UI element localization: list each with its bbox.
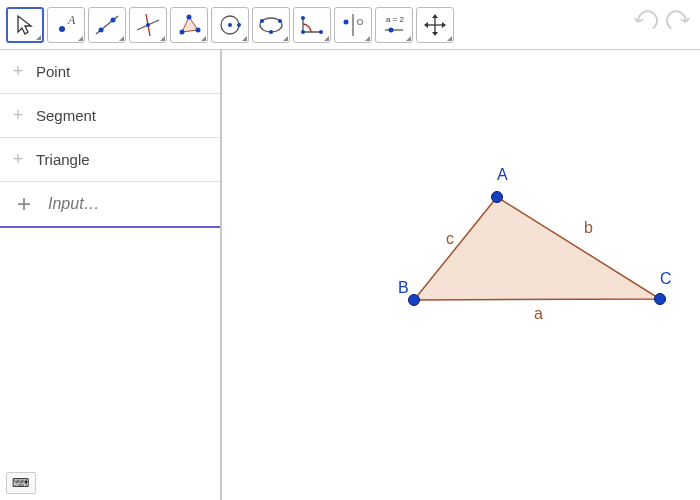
chevron-down-icon (406, 36, 411, 41)
chevron-down-icon (365, 36, 370, 41)
point-B[interactable] (409, 295, 420, 306)
svg-point-9 (187, 14, 192, 19)
svg-point-8 (180, 29, 185, 34)
svg-point-4 (111, 17, 116, 22)
chevron-down-icon (36, 35, 41, 40)
expand-icon[interactable]: + (8, 106, 28, 126)
svg-text:a = 2: a = 2 (386, 15, 405, 24)
svg-point-0 (59, 26, 65, 32)
undo-button[interactable] (632, 8, 660, 36)
svg-point-3 (99, 27, 104, 32)
svg-point-7 (146, 23, 150, 27)
chevron-down-icon (119, 36, 124, 41)
slider-tool[interactable]: a = 2 (375, 7, 413, 43)
chevron-down-icon (160, 36, 165, 41)
svg-point-13 (237, 23, 241, 27)
chevron-down-icon (324, 36, 329, 41)
object-row-segment[interactable]: + Segment (0, 94, 220, 138)
main-area: + Point + Segment + Triangle + ⌨ ABCabc (0, 50, 700, 500)
chevron-down-icon (201, 36, 206, 41)
toolbar: A a = 2 (0, 0, 700, 50)
svg-point-10 (196, 27, 201, 32)
point-label-B: B (398, 279, 409, 296)
svg-point-16 (278, 19, 282, 23)
chevron-down-icon (283, 36, 288, 41)
svg-point-20 (319, 30, 323, 34)
point-C[interactable] (655, 294, 666, 305)
edge-label-b: b (584, 219, 593, 236)
graphics-view[interactable]: ABCabc (222, 50, 700, 500)
reflect-tool[interactable] (334, 7, 372, 43)
svg-point-26 (389, 27, 394, 32)
line-tool[interactable] (88, 7, 126, 43)
object-label: Triangle (36, 151, 90, 168)
svg-point-22 (344, 19, 349, 24)
input-row: + (0, 182, 220, 228)
move-view-tool[interactable] (416, 7, 454, 43)
point-label-A: A (497, 166, 508, 183)
svg-point-19 (301, 16, 305, 20)
add-icon[interactable]: + (8, 188, 40, 220)
redo-button[interactable] (664, 8, 692, 36)
object-row-point[interactable]: + Point (0, 50, 220, 94)
edge-label-c: c (446, 230, 454, 247)
svg-point-23 (358, 19, 363, 24)
svg-point-15 (260, 19, 264, 23)
point-label-C: C (660, 270, 672, 287)
chevron-down-icon (78, 36, 83, 41)
polygon-tool[interactable] (170, 7, 208, 43)
expand-icon[interactable]: + (8, 62, 28, 82)
point-A[interactable] (492, 192, 503, 203)
algebra-view: + Point + Segment + Triangle + ⌨ (0, 50, 222, 500)
chevron-down-icon (242, 36, 247, 41)
object-row-triangle[interactable]: + Triangle (0, 138, 220, 182)
object-label: Segment (36, 107, 96, 124)
chevron-down-icon (447, 36, 452, 41)
circle-tool[interactable] (211, 7, 249, 43)
algebra-input[interactable] (48, 195, 188, 213)
svg-point-12 (228, 23, 232, 27)
conic-tool[interactable] (252, 7, 290, 43)
keyboard-button[interactable]: ⌨ (6, 472, 36, 494)
triangle[interactable] (414, 197, 660, 300)
svg-point-18 (301, 30, 305, 34)
expand-icon[interactable]: + (8, 150, 28, 170)
perpendicular-tool[interactable] (129, 7, 167, 43)
svg-point-17 (269, 30, 273, 34)
svg-text:A: A (67, 13, 76, 27)
angle-tool[interactable] (293, 7, 331, 43)
object-label: Point (36, 63, 70, 80)
move-tool[interactable] (6, 7, 44, 43)
point-tool[interactable]: A (47, 7, 85, 43)
edge-label-a: a (534, 305, 543, 322)
